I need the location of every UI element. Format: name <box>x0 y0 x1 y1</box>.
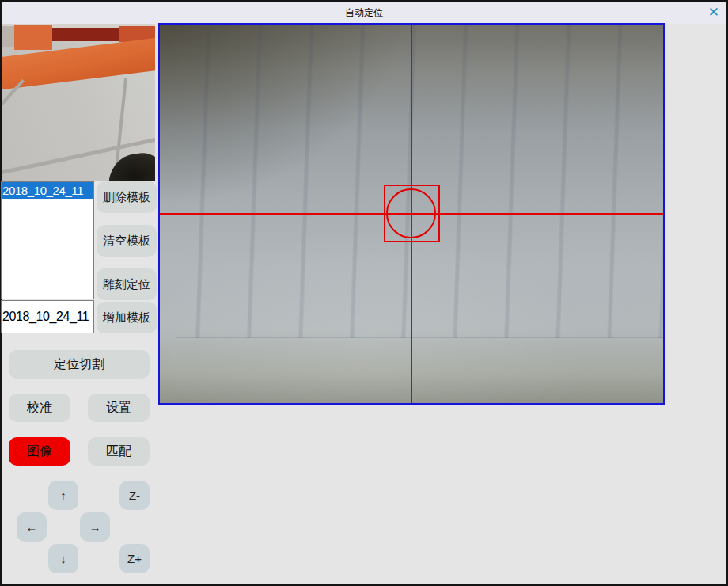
template-list-item[interactable]: 2018_10_24_11 <box>2 182 93 199</box>
thumbnail-dark-object <box>106 150 155 181</box>
jog-up-button[interactable]: ↑ <box>48 481 78 510</box>
position-cut-button[interactable]: 定位切割 <box>9 350 150 379</box>
auto-position-window: 自动定位 ✕ 2018_10_24_11 删除模板 清空模板 雕刻定位 增加模板… <box>0 0 728 586</box>
template-name-input[interactable] <box>1 300 94 333</box>
calibrate-button[interactable]: 校准 <box>9 394 70 422</box>
thumbnail-gray-block <box>2 26 14 47</box>
jog-right-button[interactable]: → <box>80 512 110 542</box>
close-icon[interactable]: ✕ <box>708 2 719 23</box>
match-button[interactable]: 匹配 <box>88 437 150 466</box>
title-bar: 自动定位 ✕ <box>2 2 726 24</box>
target-circle <box>386 188 436 238</box>
delete-template-button[interactable]: 删除模板 <box>97 181 157 213</box>
thumbnail-orange-block <box>14 25 52 50</box>
thumbnail-maroon-block <box>52 28 119 41</box>
settings-button[interactable]: 设置 <box>88 394 150 422</box>
template-list[interactable]: 2018_10_24_11 <box>1 181 94 299</box>
add-template-button[interactable]: 增加模板 <box>97 302 157 333</box>
engrave-position-button[interactable]: 雕刻定位 <box>97 268 157 300</box>
clear-templates-button[interactable]: 清空模板 <box>97 225 157 257</box>
image-button-active[interactable]: 图像 <box>9 437 70 466</box>
camera-view[interactable] <box>158 23 665 405</box>
window-title: 自动定位 <box>2 2 726 24</box>
jog-down-button[interactable]: ↓ <box>48 544 78 573</box>
camera-horizon-line <box>176 337 663 338</box>
jog-z-minus-button[interactable]: Z- <box>119 481 150 510</box>
jog-z-plus-button[interactable]: Z+ <box>119 544 150 573</box>
jog-left-button[interactable]: ← <box>17 512 47 542</box>
template-preview-image <box>2 24 155 181</box>
